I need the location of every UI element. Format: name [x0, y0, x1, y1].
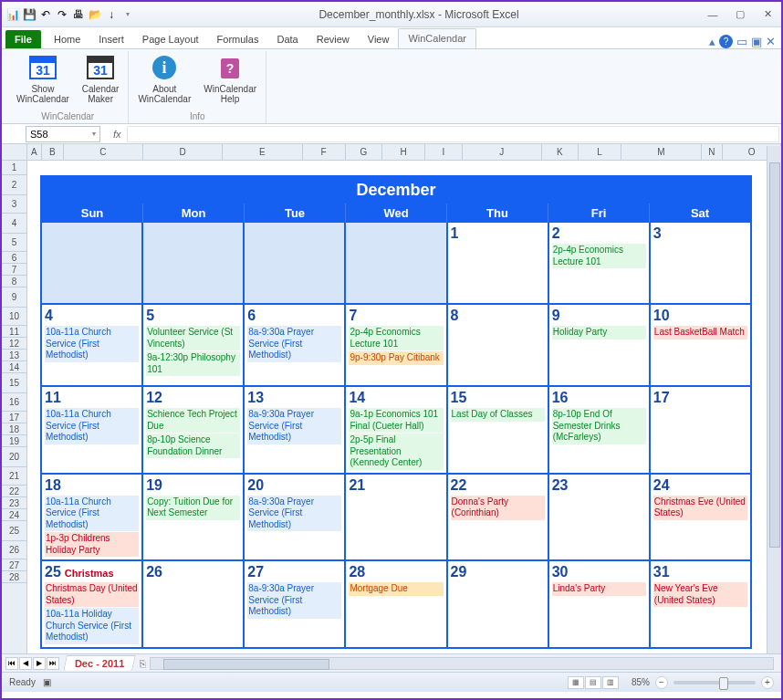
row-header[interactable]: 4: [2, 214, 26, 234]
print-icon[interactable]: 🖶: [71, 7, 86, 22]
tab-data[interactable]: Data: [267, 30, 307, 48]
calendar-event[interactable]: Copy: Tuition Due for Next Semester: [146, 496, 240, 520]
calendar-cell[interactable]: 12Schience Tech Project Due8p-10p Scienc…: [143, 387, 245, 475]
column-header[interactable]: M: [621, 144, 701, 160]
column-header[interactable]: C: [64, 144, 143, 160]
calendar-event[interactable]: 8p-10p Science Foundation Dinner: [146, 434, 240, 458]
calendar-cell[interactable]: 5Volunteer Service (St Vincents)9a-12:30…: [143, 305, 245, 387]
calendar-cell[interactable]: 26: [143, 561, 245, 647]
calendar-cell[interactable]: [346, 223, 447, 305]
row-header[interactable]: 15: [2, 373, 26, 393]
calendar-cell[interactable]: [143, 223, 245, 305]
zoom-level[interactable]: 85%: [632, 677, 650, 687]
calendar-event[interactable]: 1p-3p Childrens Holiday Party: [45, 532, 139, 557]
column-header[interactable]: N: [702, 144, 724, 160]
vertical-scrollbar[interactable]: [767, 146, 781, 653]
row-header[interactable]: 18: [2, 423, 26, 435]
workbook-minimize-icon[interactable]: ▭: [736, 35, 747, 48]
row-header[interactable]: 9: [2, 287, 26, 308]
calendar-event[interactable]: 8a-9:30a Prayer Service (First Methodist…: [247, 582, 341, 619]
calendar-cell[interactable]: 24Christmas Eve (United States): [651, 475, 750, 562]
column-header[interactable]: G: [346, 144, 382, 160]
calendar-cell[interactable]: 9Holiday Party: [549, 305, 651, 387]
show-wincalendar-button[interactable]: 31 Show WinCalendar: [13, 51, 73, 110]
row-header[interactable]: 1: [2, 161, 26, 175]
tab-insert[interactable]: Insert: [89, 30, 133, 48]
calendar-event[interactable]: Donna's Party (Corinthian): [451, 496, 545, 520]
calendar-event[interactable]: 8a-9:30a Prayer Service (First Methodist…: [247, 408, 341, 444]
maximize-button[interactable]: ▢: [730, 7, 750, 22]
row-header[interactable]: 23: [2, 497, 26, 509]
new-sheet-icon[interactable]: ⎘: [140, 658, 146, 669]
column-header[interactable]: H: [382, 144, 425, 160]
normal-view-icon[interactable]: ▦: [568, 676, 584, 689]
calendar-cell[interactable]: 22Donna's Party (Corinthian): [448, 475, 549, 562]
tab-page-layout[interactable]: Page Layout: [133, 30, 208, 48]
calendar-event[interactable]: 9p-9:30p Pay Citibank: [349, 351, 443, 365]
row-header[interactable]: 28: [2, 571, 26, 583]
calendar-cell[interactable]: [42, 223, 143, 305]
column-header[interactable]: K: [542, 144, 579, 160]
tab-formulas[interactable]: Formulas: [208, 30, 268, 48]
row-header[interactable]: 25: [2, 521, 26, 541]
calendar-cell[interactable]: 72p-4p Economics Lecture 1019p-9:30p Pay…: [346, 305, 447, 387]
fx-icon[interactable]: fx: [113, 129, 121, 140]
zoom-in-button[interactable]: +: [761, 676, 774, 689]
calendar-cell[interactable]: 1: [448, 223, 549, 305]
zoom-slider[interactable]: [673, 681, 756, 684]
column-header[interactable]: A: [27, 144, 42, 160]
save-icon[interactable]: 💾: [22, 7, 37, 22]
row-header[interactable]: 20: [2, 447, 26, 467]
select-all-corner[interactable]: [2, 144, 27, 161]
row-header[interactable]: 5: [2, 234, 26, 252]
row-header[interactable]: 12: [2, 338, 26, 350]
macro-record-icon[interactable]: ▣: [43, 677, 51, 687]
calendar-event[interactable]: 2p-5p Final Presentation (Kennedy Center…: [349, 434, 443, 470]
qat-dropdown-icon[interactable]: ▾: [120, 7, 135, 22]
calendar-event[interactable]: 10a-11a Holiday Church Service (First Me…: [45, 608, 139, 644]
minimize-ribbon-icon[interactable]: ▴: [709, 35, 715, 48]
calendar-event[interactable]: 10a-11a Church Service (First Methodist): [45, 408, 139, 444]
calendar-cell[interactable]: 21: [346, 475, 447, 562]
row-header[interactable]: 3: [2, 195, 26, 214]
calendar-event[interactable]: Last BasketBall Match: [653, 326, 747, 340]
row-header[interactable]: 27: [2, 559, 26, 571]
formula-input[interactable]: [127, 126, 779, 142]
tab-view[interactable]: View: [359, 30, 399, 48]
close-button[interactable]: ✕: [757, 7, 778, 22]
calendar-event[interactable]: Last Day of Classes: [451, 408, 545, 422]
workbook-close-icon[interactable]: ✕: [766, 35, 776, 48]
calendar-cell[interactable]: 17: [651, 387, 750, 475]
calendar-cell[interactable]: 1810a-11a Church Service (First Methodis…: [42, 475, 143, 562]
sheet-nav-last-icon[interactable]: ⏭: [47, 657, 59, 670]
undo-icon[interactable]: ↶: [38, 7, 53, 22]
calendar-cell[interactable]: 149a-1p Economics 101 Final (Cueter Hall…: [346, 387, 447, 475]
column-header[interactable]: E: [223, 144, 302, 160]
calendar-cell[interactable]: 25ChristmasChristmas Day (United States)…: [42, 561, 143, 647]
calendar-event[interactable]: 8a-9:30a Prayer Service (First Methodist…: [247, 496, 341, 532]
calendar-cell[interactable]: 10Last BasketBall Match: [651, 305, 750, 387]
calendar-cell[interactable]: 22p-4p Economics Lecture 101: [549, 223, 651, 305]
calendar-event[interactable]: 2p-4p Economics Lecture 101: [349, 326, 443, 350]
calendar-cell[interactable]: 23: [549, 475, 651, 562]
calendar-event[interactable]: 9a-12:30p Philosophy 101: [146, 351, 240, 376]
row-header[interactable]: 22: [2, 486, 26, 497]
calendar-event[interactable]: 9a-1p Economics 101 Final (Cueter Hall): [349, 408, 443, 433]
calendar-event[interactable]: 10a-11a Church Service (First Methodist): [45, 496, 139, 532]
sheet-tab-active[interactable]: Dec - 2011: [63, 655, 136, 671]
row-header[interactable]: 14: [2, 361, 26, 373]
calendar-cell[interactable]: 31New Year's Eve (United States): [651, 561, 750, 647]
calendar-cell[interactable]: 410a-11a Church Service (First Methodist…: [42, 305, 143, 387]
sheet-nav-first-icon[interactable]: ⏮: [5, 657, 18, 670]
calendar-cell[interactable]: 15Last Day of Classes: [448, 387, 549, 475]
row-header[interactable]: 24: [2, 509, 26, 521]
tab-file[interactable]: File: [5, 30, 41, 48]
tab-wincalendar[interactable]: WinCalendar: [398, 28, 476, 48]
column-header[interactable]: F: [303, 144, 346, 160]
page-layout-view-icon[interactable]: ▤: [585, 676, 601, 689]
calendar-maker-button[interactable]: 31 Calendar Maker: [78, 51, 123, 110]
calendar-event[interactable]: 8p-10p End Of Semester Drinks (McFarleys…: [552, 408, 646, 444]
calendar-event[interactable]: Holiday Party: [552, 326, 646, 340]
calendar-event[interactable]: Schience Tech Project Due: [146, 408, 240, 433]
zoom-out-button[interactable]: −: [655, 676, 668, 689]
